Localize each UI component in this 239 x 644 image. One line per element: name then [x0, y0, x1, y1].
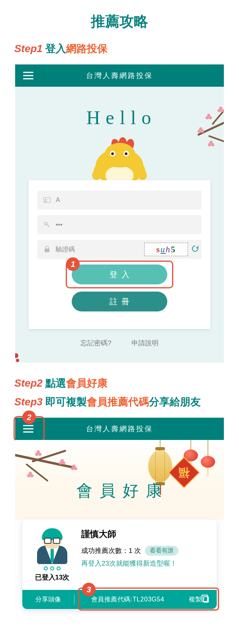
login-mock: 台灣人壽網路投保 Hello A ••• — [15, 64, 224, 363]
copy-icon — [203, 596, 209, 603]
step-num: Step3 — [14, 396, 43, 408]
hamburger-icon[interactable] — [23, 72, 33, 80]
member-card: 已登入13次 謹慎大師 成功推薦次數：1 次 看看有誰 再登入23次就能獲得新造… — [22, 519, 217, 609]
svg-line-5 — [48, 225, 49, 226]
step1-label: Step1 登入網路投保 — [0, 39, 239, 58]
highlight-box-1 — [66, 261, 173, 288]
share-avatar-button[interactable]: 分享頭像 — [22, 595, 74, 604]
svg-point-1 — [45, 199, 47, 200]
see-who-chip[interactable]: 看看有誰 — [145, 546, 178, 556]
avatar-column: 已登入13次 — [30, 528, 74, 582]
app-header-2: 台灣人壽網路投保 — [15, 418, 224, 440]
page-title: 推薦攻略 — [0, 0, 239, 39]
svg-rect-2 — [45, 201, 47, 202]
step-num: Step1 — [14, 43, 43, 54]
key-icon — [43, 221, 51, 228]
app-title: 台灣人壽網路投保 — [86, 71, 153, 80]
highlight-box-3 — [78, 588, 219, 611]
member-body: 福 會員好康 已登入13次 謹慎大師 成功推薦次數：1 次 看看有誰 — [15, 440, 224, 609]
info-column: 謹慎大師 成功推薦次數：1 次 看看有誰 再登入23次就能獲得新造型喔！ — [81, 528, 209, 582]
app-title: 台灣人壽網路投保 — [86, 424, 153, 434]
step-text: 即可複製 — [45, 396, 87, 408]
progress-hint: 再登入23次就能獲得新造型喔！ — [81, 559, 209, 568]
marker-3: 3 — [82, 583, 96, 596]
svg-rect-0 — [44, 198, 51, 203]
branch-decoration — [188, 103, 224, 158]
step-accent: 會員推薦代碼 — [87, 396, 149, 408]
help-link[interactable]: 申請說明 — [131, 339, 159, 348]
member-banner: 福 會員好康 — [15, 440, 224, 519]
forgot-password-link[interactable]: 忘記密碼? — [80, 339, 111, 348]
lantern-icon — [201, 440, 215, 476]
captcha-placeholder: 驗證碼 — [56, 245, 75, 254]
referral-count-row: 成功推薦次數：1 次 看看有誰 — [81, 546, 209, 556]
app-header: 台灣人壽網路投保 — [15, 64, 224, 87]
step-num: Step2 — [14, 377, 43, 389]
mascot-image — [96, 140, 143, 184]
step3-label: Step3 即可複製會員推薦代碼分享給朋友 — [0, 393, 239, 411]
login-card: A ••• 驗證碼 suh5 — [29, 180, 210, 329]
login-links: 忘記密碼? 申請說明 — [15, 329, 224, 351]
member-mock: 2 台灣人壽網路投保 福 會員好康 — [15, 418, 224, 609]
captcha-image: suh5 — [144, 243, 188, 256]
captcha-field[interactable]: 驗證碼 suh5 — [37, 240, 202, 259]
id-card-icon — [43, 197, 51, 203]
member-footer: 3 分享頭像 會員推薦代碼:TL203G54 複製 — [22, 590, 217, 609]
password-value: ••• — [56, 221, 63, 228]
id-value: A — [56, 197, 60, 204]
marker-1: 1 — [66, 257, 80, 271]
user-title: 謹慎大師 — [81, 528, 209, 540]
step-accent: 網路投保 — [66, 43, 108, 54]
lock-icon — [43, 246, 51, 253]
login-count-label: 已登入13次 — [30, 573, 74, 582]
banner-title: 會員好康 — [15, 480, 224, 502]
step-text: 點選 — [45, 377, 66, 389]
hamburger-icon[interactable] — [23, 425, 33, 433]
password-field[interactable]: ••• — [37, 215, 202, 234]
avatar-pager[interactable] — [30, 566, 74, 570]
marker-2: 2 — [22, 411, 36, 424]
blossom-decoration — [15, 349, 20, 363]
refresh-icon[interactable] — [191, 245, 199, 255]
step-accent: 會員好康 — [66, 377, 108, 389]
step-text: 分享給朋友 — [149, 396, 201, 408]
svg-rect-6 — [45, 249, 49, 252]
login-body: Hello A ••• — [15, 87, 224, 363]
id-field[interactable]: A — [37, 191, 202, 210]
step-text: 登入 — [45, 43, 66, 54]
avatar-image — [34, 528, 70, 564]
login-button-wrap: 1 登入 — [37, 265, 202, 284]
step2-label: Step2 點選會員好康 — [0, 374, 239, 393]
register-button[interactable]: 註冊 — [72, 292, 167, 311]
